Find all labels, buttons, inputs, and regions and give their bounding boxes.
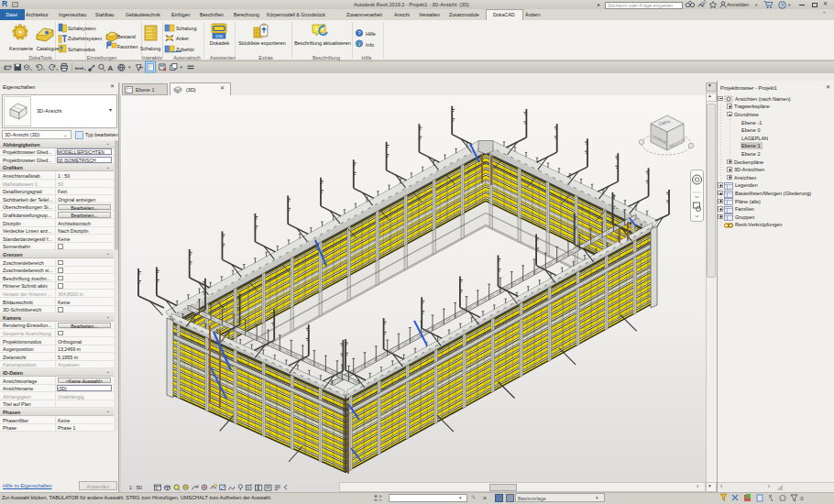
svg-text:A: A: [108, 64, 114, 72]
svg-text:2/30: 2/30: [215, 34, 224, 38]
svg-text:▾: ▾: [128, 64, 131, 70]
svg-text:?: ?: [357, 30, 360, 36]
svg-text::0: :0: [799, 496, 804, 501]
svg-text:▾: ▾: [181, 64, 183, 70]
svg-text:?: ?: [781, 3, 785, 8]
